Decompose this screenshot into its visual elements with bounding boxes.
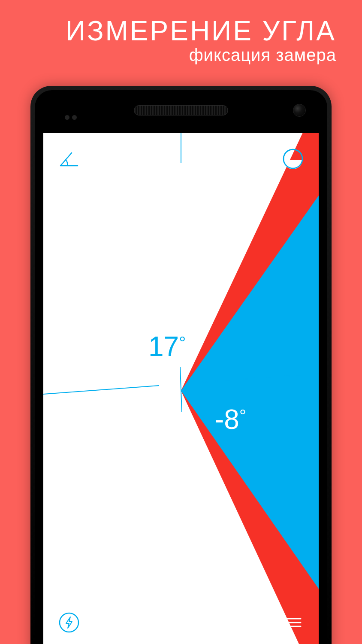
angle-mode-button[interactable] bbox=[56, 146, 82, 172]
flash-button[interactable] bbox=[56, 610, 82, 635]
phone-inner: 17° -8° bbox=[35, 90, 327, 644]
phone-frame: 17° -8° bbox=[30, 86, 332, 644]
flash-icon bbox=[58, 612, 80, 633]
sensor-dots bbox=[65, 114, 79, 122]
degree-symbol: ° bbox=[179, 333, 186, 352]
promo-title: ИЗМЕРЕНИЕ УГЛА bbox=[0, 17, 336, 45]
angle-icon bbox=[59, 150, 79, 167]
phone-top-bar bbox=[35, 90, 327, 133]
svg-point-9 bbox=[60, 613, 78, 632]
speaker-grille bbox=[134, 105, 228, 115]
degree-symbol: ° bbox=[239, 406, 246, 425]
secondary-angle-number: -8 bbox=[215, 404, 239, 435]
app-screen[interactable]: 17° -8° bbox=[43, 133, 319, 644]
promo-subtitle: фиксация замера bbox=[0, 46, 336, 65]
bubble-level-icon bbox=[282, 148, 304, 170]
menu-button[interactable] bbox=[280, 610, 306, 635]
promo-text: ИЗМЕРЕНИЕ УГЛА фиксация замера bbox=[0, 0, 362, 65]
level-visualization bbox=[43, 133, 319, 644]
bubble-level-button[interactable] bbox=[280, 146, 306, 172]
front-camera bbox=[293, 104, 306, 117]
svg-line-4 bbox=[43, 386, 159, 394]
primary-angle-value: 17° bbox=[148, 331, 186, 362]
primary-angle-number: 17 bbox=[148, 331, 179, 362]
secondary-angle-value: -8° bbox=[215, 404, 246, 435]
menu-icon bbox=[284, 616, 302, 629]
